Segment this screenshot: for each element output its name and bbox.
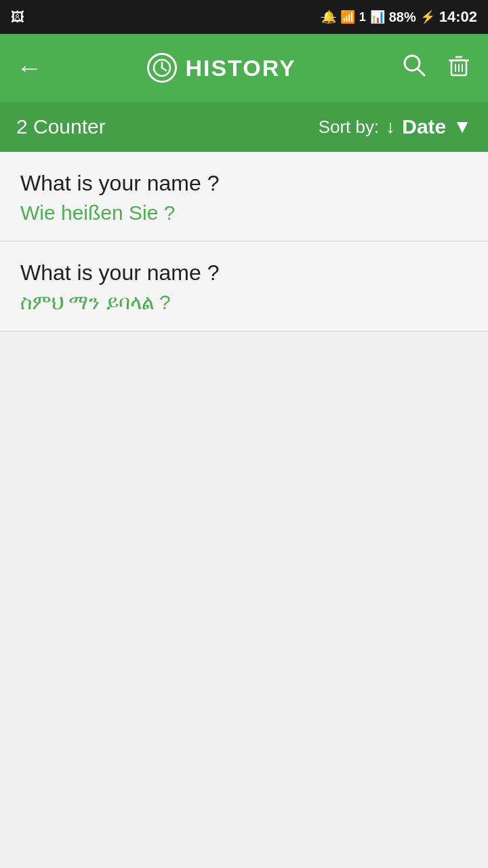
item-translation-text: ስምህ ማን ይባላል ?: [20, 291, 468, 315]
dropdown-chevron-icon[interactable]: ▼: [453, 116, 472, 138]
photo-icon: 🖼: [11, 9, 24, 25]
sort-direction-icon: ↓: [386, 116, 395, 138]
history-list: What is your name ? Wie heißen Sie ? Wha…: [0, 152, 488, 868]
item-translation-text: Wie heißen Sie ?: [20, 201, 468, 224]
svg-line-2: [162, 68, 166, 71]
back-button[interactable]: ←: [16, 54, 42, 83]
sort-by-label: Sort by:: [319, 117, 380, 138]
search-button[interactable]: [401, 52, 427, 84]
wifi-icon: 📶: [340, 9, 355, 24]
status-right: 🔔 📶 1 📊 88% ⚡ 14:02: [321, 8, 477, 26]
delete-button[interactable]: [446, 52, 472, 84]
item-original-text: What is your name ?: [20, 171, 468, 196]
svg-line-4: [418, 68, 424, 75]
battery-text: 88%: [389, 9, 416, 25]
app-bar: ← HISTORY: [0, 34, 488, 102]
item-original-text: What is your name ?: [20, 260, 468, 285]
history-clock-icon: [147, 53, 177, 83]
time-display: 14:02: [439, 8, 477, 26]
mute-icon: 🔔: [321, 9, 336, 24]
sim-icon: 1: [359, 10, 366, 24]
signal-icon: 📊: [370, 9, 385, 24]
sort-controls[interactable]: Sort by: ↓ Date ▼: [319, 115, 472, 138]
battery-icon: ⚡: [420, 9, 435, 24]
sort-bar: 2 Counter Sort by: ↓ Date ▼: [0, 102, 488, 152]
sort-field-label: Date: [402, 115, 446, 138]
status-bar: 🖼 🔔 📶 1 📊 88% ⚡ 14:02: [0, 0, 488, 34]
counter-label: 2 Counter: [16, 115, 106, 138]
list-item[interactable]: What is your name ? Wie heißen Sie ?: [0, 152, 488, 241]
app-title: HISTORY: [185, 55, 296, 81]
app-bar-center: HISTORY: [147, 53, 296, 83]
list-item[interactable]: What is your name ? ስምህ ማን ይባላል ?: [0, 241, 488, 332]
status-left: 🖼: [11, 9, 24, 25]
